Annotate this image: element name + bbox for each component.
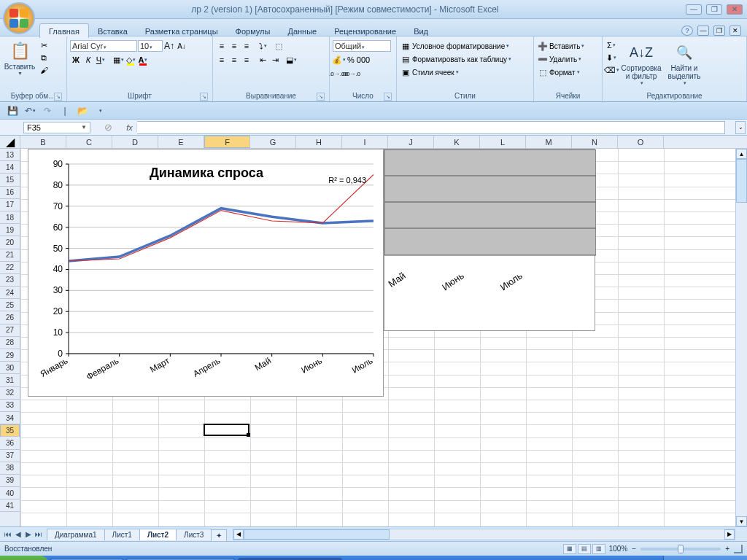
embedded-chart-secondary[interactable]: МайИюньИюль	[384, 149, 595, 331]
cell-styles-button[interactable]: ▣Стили ячеек▾	[400, 66, 459, 78]
row-header-41[interactable]: 41	[0, 499, 20, 512]
clipboard-launcher[interactable]: ↘	[54, 93, 62, 101]
row-header-34[interactable]: 34	[0, 412, 20, 424]
number-launcher[interactable]: ↘	[384, 93, 392, 101]
zoom-out-icon[interactable]: −	[632, 545, 636, 553]
close-button[interactable]: ✕	[727, 4, 743, 15]
row-header-31[interactable]: 31	[0, 374, 20, 386]
formula-input[interactable]	[137, 121, 725, 134]
mdi-close-button[interactable]: ✕	[729, 26, 741, 36]
select-all-corner[interactable]: ◢	[0, 136, 20, 149]
row-header-26[interactable]: 26	[0, 311, 20, 324]
column-header-B[interactable]: B	[20, 136, 66, 148]
sort-filter-button[interactable]: A↓Z Сортировка и фильтр▾	[620, 39, 662, 88]
row-header-22[interactable]: 22	[0, 262, 20, 274]
row-header-25[interactable]: 25	[0, 299, 20, 311]
normal-view-icon[interactable]: ▦	[563, 544, 576, 554]
cut-icon[interactable]: ✂	[38, 39, 50, 51]
resize-grip-icon[interactable]	[734, 545, 743, 553]
increase-indent-icon[interactable]: ⇥	[269, 54, 281, 66]
scroll-right-icon[interactable]: ▶	[724, 529, 735, 540]
worksheet-grid[interactable]: ◢ 13141516171819202122232425262728293031…	[0, 136, 747, 526]
vertical-scrollbar[interactable]: ▲ ▼	[735, 149, 747, 526]
row-header-33[interactable]: 33	[0, 400, 20, 412]
column-header-L[interactable]: L	[480, 136, 526, 148]
row-header-24[interactable]: 24	[0, 287, 20, 299]
align-right-icon[interactable]: ≡	[241, 54, 252, 66]
italic-button[interactable]: К	[82, 54, 94, 66]
conditional-formatting-button[interactable]: ▦Условное форматирование▾	[400, 40, 509, 52]
comma-icon[interactable]: 000	[357, 54, 369, 66]
column-header-H[interactable]: H	[296, 136, 342, 148]
name-box-dropdown-icon[interactable]: ▼	[81, 124, 87, 131]
find-select-button[interactable]: 🔍 Найти и выделить▾	[665, 39, 703, 88]
row-header-35[interactable]: 35	[0, 424, 20, 437]
hscroll-thumb[interactable]	[244, 529, 390, 540]
font-color-button[interactable]: А▾	[137, 54, 149, 66]
fill-handle[interactable]	[247, 433, 250, 437]
wrap-text-icon[interactable]: ⬚	[273, 40, 285, 52]
row-header-40[interactable]: 40	[0, 487, 20, 499]
office-button[interactable]	[3, 2, 35, 34]
sheet-tab-Лист3[interactable]: Лист3	[176, 529, 212, 540]
row-header-36[interactable]: 36	[0, 437, 20, 449]
qat-customize-icon[interactable]: ▾	[93, 104, 107, 117]
minimize-button[interactable]: —	[686, 4, 702, 15]
mdi-minimize-button[interactable]: —	[697, 26, 709, 36]
sheet-nav-first-icon[interactable]: ⏮	[3, 530, 13, 538]
percent-icon[interactable]: %	[345, 54, 357, 66]
ribbon-tab-Главная[interactable]: Главная	[39, 23, 89, 38]
row-header-27[interactable]: 27	[0, 324, 20, 337]
column-header-M[interactable]: M	[526, 136, 572, 148]
name-box[interactable]: F35 ▼	[23, 122, 90, 133]
scroll-down-icon[interactable]: ▼	[736, 516, 747, 526]
sheet-tab-Диаграмма1[interactable]: Диаграмма1	[47, 529, 105, 540]
page-break-view-icon[interactable]: ▥	[592, 544, 605, 554]
fx-icon[interactable]: fx	[123, 123, 137, 132]
column-header-J[interactable]: J	[388, 136, 434, 148]
row-header-21[interactable]: 21	[0, 249, 20, 262]
number-format-select[interactable]: Общий▾	[333, 40, 391, 52]
page-layout-view-icon[interactable]: ▤	[578, 544, 591, 554]
zoom-slider[interactable]	[640, 548, 721, 551]
paste-button[interactable]: 📋 Вставить ▼	[3, 38, 36, 77]
align-top-icon[interactable]: ≡	[216, 40, 228, 52]
bold-button[interactable]: Ж	[70, 54, 82, 66]
format-cells-button[interactable]: ⬚Формат▾	[537, 66, 580, 78]
undo-icon[interactable]: ↶▾	[23, 104, 36, 117]
scroll-left-icon[interactable]: ◀	[233, 529, 244, 540]
sheet-tab-Лист1[interactable]: Лист1	[104, 529, 140, 540]
format-painter-icon[interactable]: 🖌	[38, 64, 50, 76]
sheet-nav-next-icon[interactable]: ▶	[23, 530, 34, 538]
fill-color-button[interactable]: ◇▾	[125, 54, 136, 66]
font-launcher[interactable]: ↘	[200, 93, 208, 101]
open-icon[interactable]: 📂	[76, 104, 89, 117]
column-header-G[interactable]: G	[250, 136, 296, 148]
clear-icon[interactable]: ⌫▾	[605, 64, 617, 76]
save-icon[interactable]: 💾	[6, 104, 19, 117]
currency-icon[interactable]: 💰▾	[333, 54, 344, 66]
underline-button[interactable]: Ч▾	[95, 54, 107, 66]
row-header-38[interactable]: 38	[0, 462, 20, 475]
increase-font-icon[interactable]: A↑	[163, 40, 175, 52]
column-header-N[interactable]: N	[572, 136, 618, 148]
decrease-font-icon[interactable]: A↓	[176, 40, 187, 52]
row-header-37[interactable]: 37	[0, 450, 20, 462]
row-header-15[interactable]: 15	[0, 174, 20, 186]
row-header-14[interactable]: 14	[0, 161, 20, 174]
decrease-indent-icon[interactable]: ⇤	[257, 54, 268, 66]
row-header-23[interactable]: 23	[0, 274, 20, 287]
maximize-button[interactable]: ❐	[706, 4, 722, 15]
font-name-select[interactable]: Arial Cyr▾	[70, 40, 137, 52]
autosum-icon[interactable]: Σ▾	[605, 39, 617, 51]
row-header-13[interactable]: 13	[0, 149, 20, 161]
row-header-30[interactable]: 30	[0, 362, 20, 374]
border-button[interactable]: ▦▾	[112, 54, 124, 66]
redo-icon[interactable]: ↷	[41, 104, 54, 117]
orientation-icon[interactable]: ⤵▾	[257, 40, 268, 52]
horizontal-scrollbar[interactable]: ◀ ▶	[233, 529, 735, 540]
format-as-table-button[interactable]: ▤Форматировать как таблицу▾	[400, 53, 511, 65]
row-header-16[interactable]: 16	[0, 187, 20, 199]
column-header-I[interactable]: I	[342, 136, 388, 148]
insert-cells-button[interactable]: ➕Вставить▾	[537, 40, 584, 52]
